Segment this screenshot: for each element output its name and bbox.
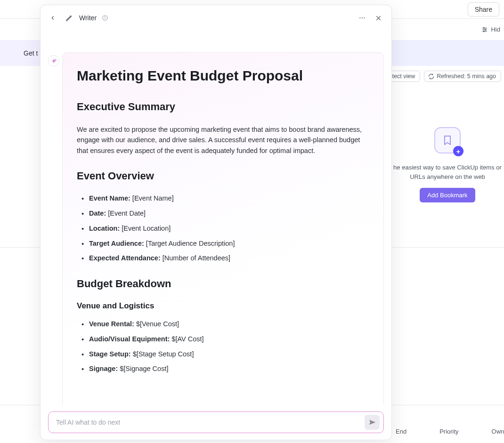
send-icon xyxy=(368,419,376,426)
prompt-input[interactable] xyxy=(56,419,365,426)
svg-point-5 xyxy=(484,31,485,32)
list-item: Audio/Visual Equipment: $[AV Cost] xyxy=(89,334,369,345)
hide-button[interactable]: Hid xyxy=(481,26,500,33)
svg-point-3 xyxy=(484,27,485,28)
sparkle-icon xyxy=(51,58,57,64)
more-button[interactable] xyxy=(357,12,368,24)
writer-title: Writer xyxy=(79,14,97,22)
exec-summary-heading: Executive Summary xyxy=(77,101,369,113)
exec-summary-text: We are excited to propose the upcoming m… xyxy=(77,124,369,156)
event-overview-list: Event Name: [Event Name] Date: [Event Da… xyxy=(77,193,369,264)
col-owner: Owne xyxy=(492,428,504,435)
list-item: Venue Rental: $[Venue Cost] xyxy=(89,319,369,330)
list-item: Expected Attendance: [Number of Attendee… xyxy=(89,253,369,264)
list-item: Target Audience: [Target Audience Descri… xyxy=(89,239,369,249)
svg-point-8 xyxy=(105,16,106,17)
prompt-input-container xyxy=(48,411,384,433)
hide-label: Hid xyxy=(491,26,500,33)
writer-footer xyxy=(41,408,391,440)
list-item: Signage: $[Signage Cost] xyxy=(89,364,369,374)
list-item: Stage Setup: $[Stage Setup Cost] xyxy=(89,349,369,360)
banner-text: Get t xyxy=(24,49,38,57)
share-button[interactable]: Share xyxy=(468,2,499,16)
close-button[interactable] xyxy=(373,12,384,24)
list-item: Date: [Event Date] xyxy=(89,209,369,219)
bookmark-icon-wrap: + xyxy=(434,127,461,153)
send-button[interactable] xyxy=(365,415,380,430)
refresh-status[interactable]: Refreshed: 5 mins ago xyxy=(424,71,501,82)
document-scroll[interactable]: Marketing Event Budget Proposal Executiv… xyxy=(62,52,384,405)
chevron-left-icon xyxy=(49,15,56,21)
plus-icon: + xyxy=(453,146,463,156)
refreshed-label: Refreshed: 5 mins ago xyxy=(437,73,496,80)
info-icon[interactable] xyxy=(101,14,109,22)
list-item: Location: [Event Location] xyxy=(89,224,369,234)
writer-body: Marketing Event Budget Proposal Executiv… xyxy=(41,31,391,408)
edit-button[interactable] xyxy=(63,12,74,24)
ai-badge xyxy=(48,55,59,66)
budget-breakdown-heading: Budget Breakdown xyxy=(77,278,369,290)
document-card: Marketing Event Budget Proposal Executiv… xyxy=(62,52,384,405)
close-icon xyxy=(375,15,382,22)
refresh-icon xyxy=(428,73,434,80)
svg-point-11 xyxy=(364,17,365,18)
event-overview-heading: Event Overview xyxy=(77,170,369,182)
svg-point-10 xyxy=(362,17,363,18)
back-button[interactable] xyxy=(47,12,58,24)
svg-point-4 xyxy=(485,29,486,30)
writer-modal: Writer Marketing Event Budget Proposal E… xyxy=(40,5,392,440)
col-end: End xyxy=(396,428,406,435)
col-priority: Priority xyxy=(439,428,458,435)
sliders-icon xyxy=(481,26,488,33)
venue-logistics-list: Venue Rental: $[Venue Cost] Audio/Visual… xyxy=(77,319,369,374)
list-item: Event Name: [Event Name] xyxy=(89,193,369,204)
bookmark-description: he easiest way to save ClickUp items or … xyxy=(391,163,504,181)
writer-header: Writer xyxy=(41,5,391,31)
add-bookmark-button[interactable]: Add Bookmark xyxy=(420,188,475,202)
bookmark-panel: + he easiest way to save ClickUp items o… xyxy=(391,127,504,202)
pencil-icon xyxy=(65,15,73,22)
doc-title: Marketing Event Budget Proposal xyxy=(77,68,369,84)
svg-point-9 xyxy=(359,17,360,18)
venue-logistics-heading: Venue and Logistics xyxy=(77,301,369,311)
dots-icon xyxy=(358,14,366,22)
